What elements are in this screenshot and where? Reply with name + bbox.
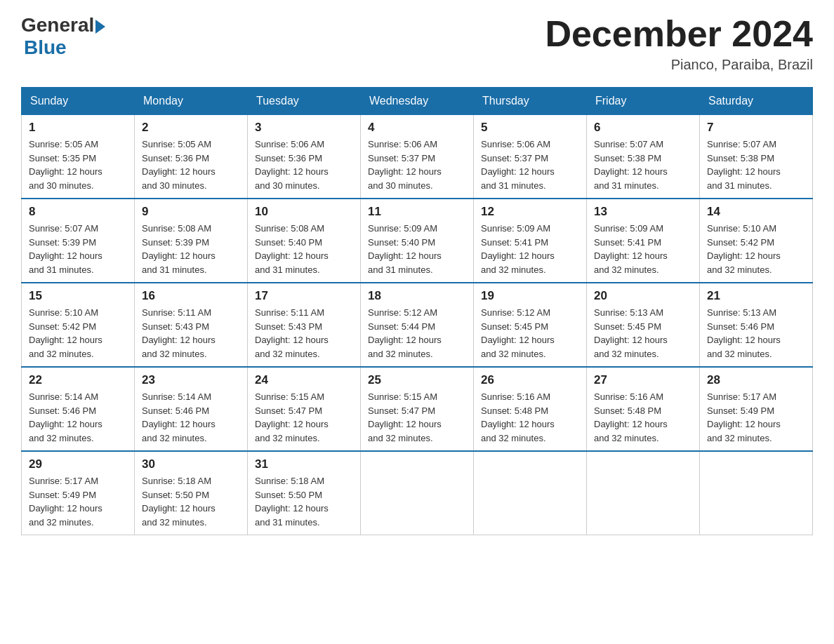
day-info: Sunrise: 5:09 AMSunset: 5:40 PMDaylight:… xyxy=(368,222,466,276)
day-info: Sunrise: 5:07 AMSunset: 5:38 PMDaylight:… xyxy=(707,137,805,192)
calendar-cell: 9Sunrise: 5:08 AMSunset: 5:39 PMDaylight… xyxy=(135,199,248,283)
day-header-tuesday: Tuesday xyxy=(248,88,361,115)
day-info: Sunrise: 5:16 AMSunset: 5:48 PMDaylight:… xyxy=(594,390,692,445)
day-info: Sunrise: 5:08 AMSunset: 5:40 PMDaylight:… xyxy=(255,222,353,276)
day-info: Sunrise: 5:17 AMSunset: 5:49 PMDaylight:… xyxy=(707,390,805,445)
day-info: Sunrise: 5:14 AMSunset: 5:46 PMDaylight:… xyxy=(29,390,127,445)
month-year-title: December 2024 xyxy=(545,14,813,54)
calendar-cell: 20Sunrise: 5:13 AMSunset: 5:45 PMDayligh… xyxy=(587,283,700,367)
day-number: 13 xyxy=(594,205,692,219)
day-info: Sunrise: 5:12 AMSunset: 5:45 PMDaylight:… xyxy=(481,306,579,361)
day-info: Sunrise: 5:05 AMSunset: 5:35 PMDaylight:… xyxy=(29,137,127,192)
logo-blue-text: Blue xyxy=(24,36,67,59)
calendar-cell: 15Sunrise: 5:10 AMSunset: 5:42 PMDayligh… xyxy=(22,283,135,367)
day-info: Sunrise: 5:11 AMSunset: 5:43 PMDaylight:… xyxy=(255,306,353,361)
day-number: 14 xyxy=(707,205,805,219)
day-number: 28 xyxy=(707,373,805,387)
calendar-cell: 26Sunrise: 5:16 AMSunset: 5:48 PMDayligh… xyxy=(474,367,587,451)
day-info: Sunrise: 5:09 AMSunset: 5:41 PMDaylight:… xyxy=(594,222,692,276)
calendar-cell: 27Sunrise: 5:16 AMSunset: 5:48 PMDayligh… xyxy=(587,367,700,451)
day-number: 8 xyxy=(29,205,127,219)
day-number: 9 xyxy=(142,205,240,219)
day-info: Sunrise: 5:06 AMSunset: 5:36 PMDaylight:… xyxy=(255,137,353,192)
day-number: 31 xyxy=(255,457,353,471)
day-number: 11 xyxy=(368,205,466,219)
calendar-week-row: 8Sunrise: 5:07 AMSunset: 5:39 PMDaylight… xyxy=(22,199,813,283)
logo-arrow-icon xyxy=(95,20,105,34)
day-number: 12 xyxy=(481,205,579,219)
calendar-cell xyxy=(361,451,474,535)
day-info: Sunrise: 5:10 AMSunset: 5:42 PMDaylight:… xyxy=(29,306,127,361)
calendar-cell: 24Sunrise: 5:15 AMSunset: 5:47 PMDayligh… xyxy=(248,367,361,451)
day-number: 18 xyxy=(368,289,466,303)
calendar-cell: 3Sunrise: 5:06 AMSunset: 5:36 PMDaylight… xyxy=(248,115,361,199)
day-number: 3 xyxy=(255,121,353,135)
calendar-cell: 18Sunrise: 5:12 AMSunset: 5:44 PMDayligh… xyxy=(361,283,474,367)
day-header-saturday: Saturday xyxy=(700,88,813,115)
day-number: 24 xyxy=(255,373,353,387)
calendar-cell: 11Sunrise: 5:09 AMSunset: 5:40 PMDayligh… xyxy=(361,199,474,283)
day-info: Sunrise: 5:13 AMSunset: 5:45 PMDaylight:… xyxy=(594,306,692,361)
day-number: 15 xyxy=(29,289,127,303)
calendar-cell: 12Sunrise: 5:09 AMSunset: 5:41 PMDayligh… xyxy=(474,199,587,283)
logo-general-text: General xyxy=(21,14,94,36)
calendar-table: SundayMondayTuesdayWednesdayThursdayFrid… xyxy=(21,87,813,535)
day-number: 10 xyxy=(255,205,353,219)
day-number: 16 xyxy=(142,289,240,303)
day-info: Sunrise: 5:06 AMSunset: 5:37 PMDaylight:… xyxy=(368,137,466,192)
calendar-cell: 16Sunrise: 5:11 AMSunset: 5:43 PMDayligh… xyxy=(135,283,248,367)
day-info: Sunrise: 5:06 AMSunset: 5:37 PMDaylight:… xyxy=(481,137,579,192)
day-header-friday: Friday xyxy=(587,88,700,115)
day-number: 27 xyxy=(594,373,692,387)
day-info: Sunrise: 5:13 AMSunset: 5:46 PMDaylight:… xyxy=(707,306,805,361)
calendar-cell: 14Sunrise: 5:10 AMSunset: 5:42 PMDayligh… xyxy=(700,199,813,283)
day-info: Sunrise: 5:15 AMSunset: 5:47 PMDaylight:… xyxy=(368,390,466,445)
calendar-week-row: 22Sunrise: 5:14 AMSunset: 5:46 PMDayligh… xyxy=(22,367,813,451)
calendar-cell: 25Sunrise: 5:15 AMSunset: 5:47 PMDayligh… xyxy=(361,367,474,451)
day-number: 19 xyxy=(481,289,579,303)
calendar-cell: 19Sunrise: 5:12 AMSunset: 5:45 PMDayligh… xyxy=(474,283,587,367)
day-info: Sunrise: 5:15 AMSunset: 5:47 PMDaylight:… xyxy=(255,390,353,445)
day-number: 6 xyxy=(594,121,692,135)
day-number: 5 xyxy=(481,121,579,135)
day-number: 20 xyxy=(594,289,692,303)
day-number: 30 xyxy=(142,457,240,471)
calendar-cell: 6Sunrise: 5:07 AMSunset: 5:38 PMDaylight… xyxy=(587,115,700,199)
calendar-cell: 5Sunrise: 5:06 AMSunset: 5:37 PMDaylight… xyxy=(474,115,587,199)
calendar-cell xyxy=(700,451,813,535)
day-headers-row: SundayMondayTuesdayWednesdayThursdayFrid… xyxy=(22,88,813,115)
title-section: December 2024 Pianco, Paraiba, Brazil xyxy=(545,14,813,73)
day-info: Sunrise: 5:09 AMSunset: 5:41 PMDaylight:… xyxy=(481,222,579,276)
calendar-cell xyxy=(474,451,587,535)
day-number: 29 xyxy=(29,457,127,471)
day-number: 1 xyxy=(29,121,127,135)
day-number: 22 xyxy=(29,373,127,387)
calendar-cell: 4Sunrise: 5:06 AMSunset: 5:37 PMDaylight… xyxy=(361,115,474,199)
day-header-sunday: Sunday xyxy=(22,88,135,115)
calendar-cell: 23Sunrise: 5:14 AMSunset: 5:46 PMDayligh… xyxy=(135,367,248,451)
day-number: 23 xyxy=(142,373,240,387)
day-info: Sunrise: 5:08 AMSunset: 5:39 PMDaylight:… xyxy=(142,222,240,276)
day-info: Sunrise: 5:07 AMSunset: 5:38 PMDaylight:… xyxy=(594,137,692,192)
day-header-monday: Monday xyxy=(135,88,248,115)
logo: General Blue xyxy=(21,14,105,59)
day-number: 17 xyxy=(255,289,353,303)
day-info: Sunrise: 5:12 AMSunset: 5:44 PMDaylight:… xyxy=(368,306,466,361)
day-number: 7 xyxy=(707,121,805,135)
calendar-cell: 7Sunrise: 5:07 AMSunset: 5:38 PMDaylight… xyxy=(700,115,813,199)
day-number: 21 xyxy=(707,289,805,303)
day-info: Sunrise: 5:18 AMSunset: 5:50 PMDaylight:… xyxy=(142,474,240,529)
calendar-cell: 10Sunrise: 5:08 AMSunset: 5:40 PMDayligh… xyxy=(248,199,361,283)
day-number: 4 xyxy=(368,121,466,135)
day-info: Sunrise: 5:16 AMSunset: 5:48 PMDaylight:… xyxy=(481,390,579,445)
day-info: Sunrise: 5:11 AMSunset: 5:43 PMDaylight:… xyxy=(142,306,240,361)
calendar-week-row: 29Sunrise: 5:17 AMSunset: 5:49 PMDayligh… xyxy=(22,451,813,535)
day-info: Sunrise: 5:17 AMSunset: 5:49 PMDaylight:… xyxy=(29,474,127,529)
calendar-cell: 2Sunrise: 5:05 AMSunset: 5:36 PMDaylight… xyxy=(135,115,248,199)
calendar-cell: 1Sunrise: 5:05 AMSunset: 5:35 PMDaylight… xyxy=(22,115,135,199)
day-info: Sunrise: 5:10 AMSunset: 5:42 PMDaylight:… xyxy=(707,222,805,276)
day-header-wednesday: Wednesday xyxy=(361,88,474,115)
day-info: Sunrise: 5:05 AMSunset: 5:36 PMDaylight:… xyxy=(142,137,240,192)
calendar-cell: 31Sunrise: 5:18 AMSunset: 5:50 PMDayligh… xyxy=(248,451,361,535)
calendar-cell xyxy=(587,451,700,535)
